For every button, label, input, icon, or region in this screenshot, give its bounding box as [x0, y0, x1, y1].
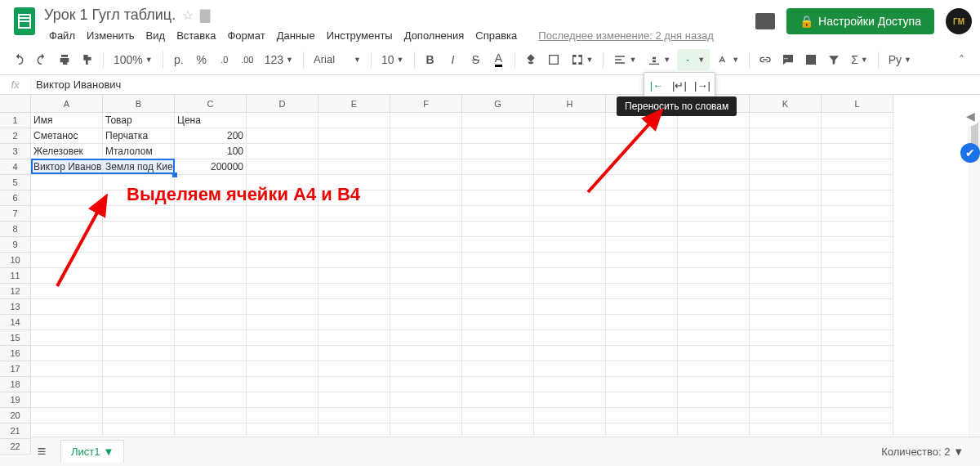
cell[interactable]: [750, 330, 822, 346]
currency-ruble-button[interactable]: р.: [168, 49, 189, 70]
cell[interactable]: [534, 392, 606, 408]
cell[interactable]: Земля под Киев: [103, 159, 175, 175]
cell[interactable]: [247, 222, 318, 237]
cell[interactable]: [390, 190, 462, 206]
cell[interactable]: [462, 330, 534, 346]
cell[interactable]: [534, 222, 606, 237]
cell[interactable]: [31, 190, 103, 206]
cell[interactable]: [318, 237, 390, 253]
cell[interactable]: [822, 346, 893, 361]
cell[interactable]: [678, 346, 750, 361]
cell[interactable]: [606, 299, 678, 315]
cell[interactable]: [462, 206, 534, 222]
redo-button[interactable]: [31, 49, 52, 70]
row-header[interactable]: 20: [0, 408, 31, 423]
cell[interactable]: Железовек: [31, 144, 103, 159]
cell[interactable]: [247, 268, 318, 284]
cell[interactable]: [31, 237, 103, 253]
comments-icon[interactable]: [755, 13, 775, 29]
cell[interactable]: [678, 377, 750, 392]
cell[interactable]: 100: [175, 144, 247, 159]
cell[interactable]: [606, 392, 678, 408]
merge-cells-dropdown[interactable]: ▼: [566, 49, 599, 70]
cell[interactable]: [462, 159, 534, 175]
cell[interactable]: Мталолом: [103, 144, 175, 159]
cell[interactable]: [606, 268, 678, 284]
cell[interactable]: [103, 377, 175, 392]
cell[interactable]: [462, 284, 534, 299]
percent-button[interactable]: %: [191, 49, 212, 70]
cell[interactable]: [534, 206, 606, 222]
cell[interactable]: [175, 315, 247, 330]
cell[interactable]: [31, 253, 103, 268]
row-header[interactable]: 17: [0, 361, 31, 377]
row-header[interactable]: 12: [0, 284, 31, 299]
cell[interactable]: [247, 113, 318, 128]
cell[interactable]: Цена: [175, 113, 247, 128]
cell[interactable]: [534, 408, 606, 423]
menu-format[interactable]: Формат: [222, 27, 270, 44]
cell[interactable]: [247, 159, 318, 175]
menu-edit[interactable]: Изменить: [82, 27, 140, 44]
cell[interactable]: [678, 128, 750, 144]
cell[interactable]: [750, 113, 822, 128]
cell[interactable]: [247, 144, 318, 159]
share-button[interactable]: 🔒 Настройки Доступа: [786, 8, 934, 34]
wrap-overflow-option[interactable]: |←: [648, 76, 666, 94]
cell[interactable]: [534, 268, 606, 284]
cell[interactable]: Имя: [31, 113, 103, 128]
cell[interactable]: [103, 408, 175, 423]
vertical-scrollbar[interactable]: [969, 113, 980, 455]
cell[interactable]: [247, 253, 318, 268]
horizontal-align-dropdown[interactable]: ▼: [608, 49, 641, 70]
cell[interactable]: [750, 299, 822, 315]
cell[interactable]: [103, 361, 175, 377]
cell[interactable]: [247, 284, 318, 299]
fill-color-button[interactable]: [520, 49, 541, 70]
cell[interactable]: [103, 299, 175, 315]
cell[interactable]: [606, 206, 678, 222]
cell[interactable]: [678, 159, 750, 175]
row-header[interactable]: 16: [0, 346, 31, 361]
cell[interactable]: [318, 315, 390, 330]
cell[interactable]: [103, 237, 175, 253]
column-header[interactable]: H: [534, 95, 606, 113]
cell[interactable]: [750, 268, 822, 284]
cell[interactable]: [175, 253, 247, 268]
text-rotation-dropdown[interactable]: ▼: [711, 49, 744, 70]
functions-dropdown[interactable]: Σ▼: [846, 49, 873, 70]
cell[interactable]: [175, 206, 247, 222]
cell[interactable]: [247, 408, 318, 423]
cell[interactable]: [247, 315, 318, 330]
cell[interactable]: [822, 315, 893, 330]
bold-button[interactable]: B: [420, 49, 441, 70]
cell[interactable]: [750, 253, 822, 268]
cell[interactable]: [462, 222, 534, 237]
cell[interactable]: [606, 128, 678, 144]
cell[interactable]: [606, 175, 678, 190]
cell[interactable]: [822, 253, 893, 268]
cell[interactable]: [318, 284, 390, 299]
menu-addons[interactable]: Дополнения: [399, 27, 470, 44]
cell[interactable]: [534, 284, 606, 299]
cell[interactable]: [390, 175, 462, 190]
cell[interactable]: [247, 175, 318, 190]
cell[interactable]: [247, 299, 318, 315]
print-button[interactable]: [54, 49, 75, 70]
cell[interactable]: [606, 330, 678, 346]
cell[interactable]: [31, 206, 103, 222]
cell[interactable]: [390, 144, 462, 159]
cell[interactable]: [175, 408, 247, 423]
select-all-corner[interactable]: [0, 95, 31, 113]
insert-chart-button[interactable]: [800, 49, 822, 70]
cell[interactable]: [750, 175, 822, 190]
row-header[interactable]: 10: [0, 253, 31, 268]
doc-title[interactable]: Урок 1 Гугл таблиц.: [44, 7, 176, 24]
cell[interactable]: [175, 268, 247, 284]
cell[interactable]: [534, 113, 606, 128]
cell[interactable]: [390, 222, 462, 237]
cell[interactable]: [247, 346, 318, 361]
cell[interactable]: [462, 408, 534, 423]
cell[interactable]: [462, 299, 534, 315]
cell[interactable]: [750, 222, 822, 237]
